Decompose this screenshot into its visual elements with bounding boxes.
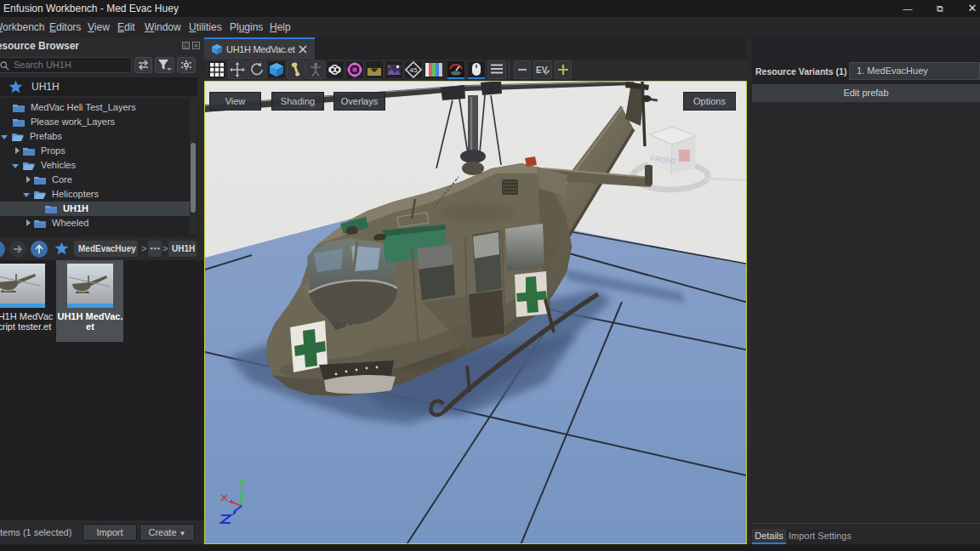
svg-text:45: 45 bbox=[410, 66, 418, 74]
